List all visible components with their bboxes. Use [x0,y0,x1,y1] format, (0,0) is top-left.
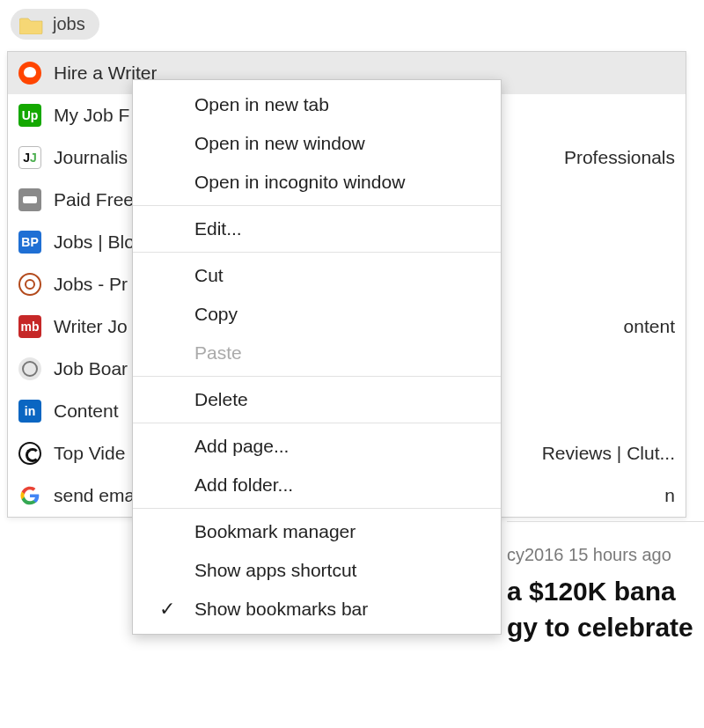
ctx-add-page[interactable]: Add page... [133,427,501,466]
bookmark-folder-chip[interactable]: jobs [11,9,99,40]
ctx-open-in-new-window[interactable]: Open in new window [133,124,501,163]
reddit-icon [18,62,41,85]
bookmark-label: Jobs | Blo [54,232,135,253]
bookmark-label-tail: n [657,485,675,506]
bookmark-label-tail: Professionals [557,147,675,168]
ctx-item-label: Show bookmarks bar [194,599,368,620]
job-board-icon [18,357,41,380]
ctx-item-label: Edit... [194,218,242,239]
ctx-bookmark-manager[interactable]: Bookmark manager [133,512,501,551]
bookmark-label: Writer Jo [54,316,128,337]
clutch-icon [18,442,41,465]
blogging-pro-icon: BP [18,231,41,254]
megaphone-icon [18,188,41,211]
ctx-item-label: Copy [194,304,238,325]
ctx-item-label: Cut [194,265,224,286]
bookmark-label: send ema [54,485,135,506]
bookmark-label: Journalis [54,147,128,168]
ctx-edit[interactable]: Edit... [133,210,501,248]
journalism-jobs-icon: JJ [18,146,41,169]
ctx-cut[interactable]: Cut [133,256,501,295]
menu-separator [133,508,501,509]
ctx-item-label: Add page... [194,436,289,457]
ctx-paste: Paste [133,334,501,372]
post-title-line: a $120K bana [507,577,676,606]
ctx-item-label: Open in new window [194,133,365,154]
bookmark-label: Content [54,401,119,422]
ctx-item-label: Show apps shortcut [194,560,356,581]
bookmark-label: Paid Free [54,189,134,210]
ctx-open-in-new-tab[interactable]: Open in new tab [133,85,501,124]
bookmark-label: Jobs - Pr [54,274,128,295]
ctx-open-in-incognito-window[interactable]: Open in incognito window [133,163,501,202]
ctx-delete[interactable]: Delete [133,380,501,419]
ctx-item-label: Bookmark manager [194,521,356,542]
bookmark-context-menu: Open in new tabOpen in new windowOpen in… [132,79,502,635]
ctx-show-bookmarks-bar[interactable]: ✓Show bookmarks bar [133,590,501,629]
bookmark-label: My Job F [54,105,129,126]
ctx-item-label: Open in new tab [194,94,329,115]
post-title-line: gy to celebrate [507,613,693,642]
problogger-icon [18,273,41,296]
ctx-copy[interactable]: Copy [133,295,501,334]
linkedin-icon: in [18,400,41,423]
ctx-item-label: Add folder... [194,474,293,496]
folder-name: jobs [53,14,85,34]
menu-separator [133,376,501,377]
upwork-icon: Up [18,104,41,127]
menu-separator [133,205,501,206]
ctx-item-label: Open in incognito window [194,172,405,193]
folder-icon [19,15,44,34]
bookmark-label: Job Boar [54,358,128,379]
ctx-item-label: Paste [194,342,242,364]
check-icon: ✓ [159,598,175,621]
menu-separator [133,252,501,253]
ctx-show-apps-shortcut[interactable]: Show apps shortcut [133,551,501,590]
bookmark-label-tail: Reviews | Clut... [535,443,675,464]
post-meta: cy2016 15 hours ago [507,545,704,565]
mediabistro-icon: mb [18,315,41,338]
menu-separator [133,423,501,423]
page-content-background: cy2016 15 hours ago a $120K bana gy to c… [507,521,704,645]
content-divider [507,521,704,522]
bookmark-label-tail: ontent [617,316,675,337]
bookmark-label: Top Vide [54,443,125,464]
ctx-add-folder[interactable]: Add folder... [133,466,501,504]
ctx-item-label: Delete [194,389,248,410]
google-icon [18,484,41,507]
post-title[interactable]: a $120K bana gy to celebrate [507,574,704,645]
